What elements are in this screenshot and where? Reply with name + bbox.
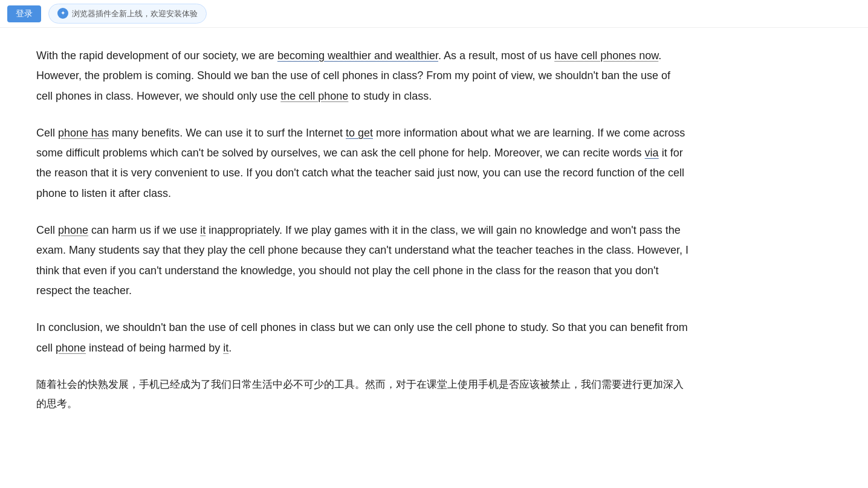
paragraph-4: In conclusion, we shouldn't ban the use … xyxy=(36,318,689,358)
plugin-banner[interactable]: ✦ 浏览器插件全新上线，欢迎安装体验 xyxy=(48,4,207,24)
paragraph-5-chinese: 随着社会的快熟发展，手机已经成为了我们日常生活中必不可少的工具。然而，对于在课堂… xyxy=(36,375,689,414)
plugin-banner-text: 浏览器插件全新上线，欢迎安装体验 xyxy=(72,7,198,21)
phrase-phone-has: phone has xyxy=(58,127,109,139)
phrase-phone-conclusion: phone xyxy=(56,342,86,354)
phrase-to-get: to get xyxy=(346,127,373,139)
plugin-icon: ✦ xyxy=(57,8,68,19)
phrase-phone-can: phone xyxy=(58,224,88,236)
login-button[interactable]: 登录 xyxy=(7,5,41,22)
paragraph-2: Cell phone has many benefits. We can use… xyxy=(36,123,689,204)
phrase-have-cell-phones: have cell phones now xyxy=(554,50,658,62)
phrase-becoming-wealthier: becoming wealthier and wealthier xyxy=(277,50,438,62)
phrase-it-conclusion: it xyxy=(223,342,228,354)
top-bar: 登录 ✦ 浏览器插件全新上线，欢迎安装体验 xyxy=(0,0,868,28)
paragraph-1: With the rapid development of our societ… xyxy=(36,46,689,106)
phrase-the-cell-phone: the cell phone xyxy=(280,90,348,102)
main-content: With the rapid development of our societ… xyxy=(0,28,725,450)
phrase-via: via xyxy=(645,147,659,159)
phrase-it: it xyxy=(200,224,206,236)
paragraph-3: Cell phone can harm us if we use it inap… xyxy=(36,220,689,301)
